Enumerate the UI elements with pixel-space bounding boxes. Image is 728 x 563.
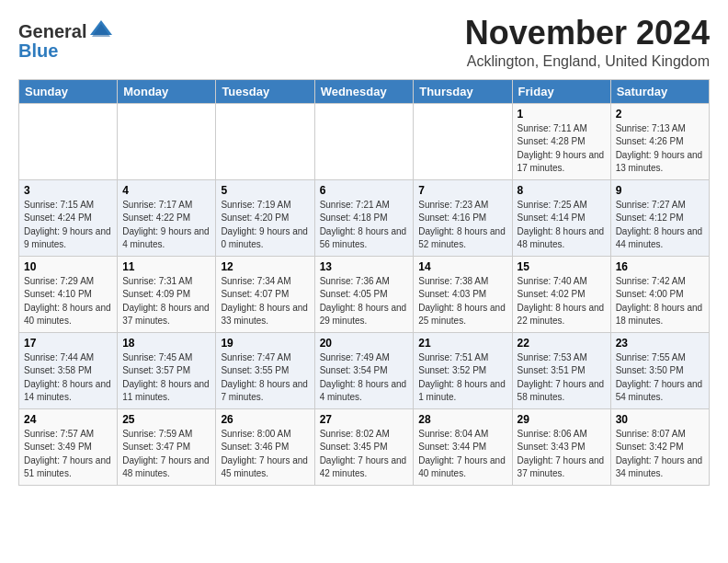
calendar-header-monday: Monday (118, 79, 216, 103)
day-info: Sunrise: 7:21 AM Sunset: 4:18 PM Dayligh… (320, 199, 409, 252)
day-info: Sunrise: 7:17 AM Sunset: 4:22 PM Dayligh… (122, 199, 210, 252)
calendar-cell: 6Sunrise: 7:21 AM Sunset: 4:18 PM Daylig… (314, 179, 414, 256)
calendar-cell (314, 103, 414, 179)
day-number: 28 (418, 413, 506, 426)
calendar-cell: 8Sunrise: 7:25 AM Sunset: 4:14 PM Daylig… (512, 179, 610, 256)
calendar-cell: 13Sunrise: 7:36 AM Sunset: 4:05 PM Dayli… (314, 256, 414, 332)
calendar-cell: 24Sunrise: 7:57 AM Sunset: 3:49 PM Dayli… (19, 408, 118, 485)
day-number: 15 (518, 260, 606, 273)
calendar-table: SundayMondayTuesdayWednesdayThursdayFrid… (18, 79, 710, 486)
day-number: 21 (418, 337, 506, 350)
header: General Blue November 2024 Acklington, E… (18, 15, 710, 70)
day-number: 19 (221, 337, 309, 350)
page: General Blue November 2024 Acklington, E… (0, 0, 728, 495)
calendar-cell: 9Sunrise: 7:27 AM Sunset: 4:12 PM Daylig… (610, 179, 709, 256)
day-info: Sunrise: 7:25 AM Sunset: 4:14 PM Dayligh… (518, 199, 606, 252)
calendar-cell: 30Sunrise: 8:07 AM Sunset: 3:42 PM Dayli… (610, 408, 709, 485)
calendar-week-4: 24Sunrise: 7:57 AM Sunset: 3:49 PM Dayli… (19, 408, 710, 485)
calendar-cell: 17Sunrise: 7:44 AM Sunset: 3:58 PM Dayli… (19, 332, 118, 408)
calendar-cell: 16Sunrise: 7:42 AM Sunset: 4:00 PM Dayli… (610, 256, 709, 332)
calendar-header-row: SundayMondayTuesdayWednesdayThursdayFrid… (19, 79, 710, 103)
day-info: Sunrise: 7:23 AM Sunset: 4:16 PM Dayligh… (418, 199, 506, 252)
calendar-cell (118, 103, 216, 179)
day-number: 22 (518, 337, 606, 350)
calendar-header-wednesday: Wednesday (314, 79, 414, 103)
logo-icon (88, 18, 114, 44)
day-info: Sunrise: 8:06 AM Sunset: 3:43 PM Dayligh… (518, 428, 606, 481)
calendar-cell: 12Sunrise: 7:34 AM Sunset: 4:07 PM Dayli… (216, 256, 314, 332)
day-info: Sunrise: 7:11 AM Sunset: 4:28 PM Dayligh… (518, 122, 606, 176)
day-info: Sunrise: 7:42 AM Sunset: 4:00 PM Dayligh… (616, 275, 704, 328)
calendar-header-saturday: Saturday (610, 79, 709, 103)
calendar-cell: 7Sunrise: 7:23 AM Sunset: 4:16 PM Daylig… (414, 179, 512, 256)
calendar-cell (414, 103, 512, 179)
calendar-cell: 3Sunrise: 7:15 AM Sunset: 4:24 PM Daylig… (19, 179, 118, 256)
calendar-cell: 29Sunrise: 8:06 AM Sunset: 3:43 PM Dayli… (512, 408, 610, 485)
calendar-cell: 28Sunrise: 8:04 AM Sunset: 3:44 PM Dayli… (414, 408, 512, 485)
day-number: 9 (616, 184, 704, 197)
day-info: Sunrise: 7:19 AM Sunset: 4:20 PM Dayligh… (221, 199, 309, 252)
day-info: Sunrise: 7:29 AM Sunset: 4:10 PM Dayligh… (24, 275, 112, 328)
day-info: Sunrise: 8:00 AM Sunset: 3:46 PM Dayligh… (221, 428, 309, 481)
day-number: 12 (221, 260, 309, 273)
calendar-cell: 25Sunrise: 7:59 AM Sunset: 3:47 PM Dayli… (118, 408, 216, 485)
day-info: Sunrise: 8:04 AM Sunset: 3:44 PM Dayligh… (418, 428, 506, 481)
calendar-cell: 18Sunrise: 7:45 AM Sunset: 3:57 PM Dayli… (118, 332, 216, 408)
day-info: Sunrise: 7:13 AM Sunset: 4:26 PM Dayligh… (616, 122, 704, 176)
day-number: 23 (616, 337, 704, 350)
calendar-cell: 14Sunrise: 7:38 AM Sunset: 4:03 PM Dayli… (414, 256, 512, 332)
day-info: Sunrise: 7:27 AM Sunset: 4:12 PM Dayligh… (616, 199, 704, 252)
calendar-cell: 4Sunrise: 7:17 AM Sunset: 4:22 PM Daylig… (118, 179, 216, 256)
calendar-cell: 11Sunrise: 7:31 AM Sunset: 4:09 PM Dayli… (118, 256, 216, 332)
day-info: Sunrise: 7:36 AM Sunset: 4:05 PM Dayligh… (320, 275, 409, 328)
month-title: November 2024 (465, 15, 710, 52)
calendar-cell: 5Sunrise: 7:19 AM Sunset: 4:20 PM Daylig… (216, 179, 314, 256)
day-number: 13 (320, 260, 409, 273)
day-number: 20 (320, 337, 409, 350)
calendar-header-sunday: Sunday (19, 79, 118, 103)
calendar-cell: 1Sunrise: 7:11 AM Sunset: 4:28 PM Daylig… (512, 103, 610, 179)
day-number: 16 (616, 260, 704, 273)
day-number: 1 (518, 108, 606, 121)
day-number: 8 (518, 184, 606, 197)
day-info: Sunrise: 7:40 AM Sunset: 4:02 PM Dayligh… (518, 275, 606, 328)
calendar-cell: 2Sunrise: 7:13 AM Sunset: 4:26 PM Daylig… (610, 103, 709, 179)
day-number: 24 (24, 413, 112, 426)
day-info: Sunrise: 7:51 AM Sunset: 3:52 PM Dayligh… (418, 351, 506, 405)
calendar-week-2: 10Sunrise: 7:29 AM Sunset: 4:10 PM Dayli… (19, 256, 710, 332)
day-number: 4 (122, 184, 210, 197)
calendar-cell: 15Sunrise: 7:40 AM Sunset: 4:02 PM Dayli… (512, 256, 610, 332)
day-info: Sunrise: 7:59 AM Sunset: 3:47 PM Dayligh… (122, 428, 210, 481)
day-info: Sunrise: 8:07 AM Sunset: 3:42 PM Dayligh… (616, 428, 704, 481)
day-number: 10 (24, 260, 112, 273)
day-info: Sunrise: 7:38 AM Sunset: 4:03 PM Dayligh… (418, 275, 506, 328)
location: Acklington, England, United Kingdom (465, 53, 710, 70)
day-info: Sunrise: 7:53 AM Sunset: 3:51 PM Dayligh… (518, 351, 606, 405)
day-info: Sunrise: 7:15 AM Sunset: 4:24 PM Dayligh… (24, 199, 112, 252)
calendar-cell (19, 103, 118, 179)
logo-blue-text: Blue (18, 40, 58, 61)
calendar-week-3: 17Sunrise: 7:44 AM Sunset: 3:58 PM Dayli… (19, 332, 710, 408)
calendar-cell: 21Sunrise: 7:51 AM Sunset: 3:52 PM Dayli… (414, 332, 512, 408)
day-number: 14 (418, 260, 506, 273)
day-number: 5 (221, 184, 309, 197)
day-info: Sunrise: 7:31 AM Sunset: 4:09 PM Dayligh… (122, 275, 210, 328)
calendar-cell: 26Sunrise: 8:00 AM Sunset: 3:46 PM Dayli… (216, 408, 314, 485)
calendar-cell (216, 103, 314, 179)
title-block: November 2024 Acklington, England, Unite… (465, 15, 710, 70)
logo: General Blue (18, 18, 114, 62)
day-info: Sunrise: 7:47 AM Sunset: 3:55 PM Dayligh… (221, 351, 309, 405)
calendar-cell: 23Sunrise: 7:55 AM Sunset: 3:50 PM Dayli… (610, 332, 709, 408)
calendar-header-thursday: Thursday (414, 79, 512, 103)
day-info: Sunrise: 7:57 AM Sunset: 3:49 PM Dayligh… (24, 428, 112, 481)
day-info: Sunrise: 7:34 AM Sunset: 4:07 PM Dayligh… (221, 275, 309, 328)
day-number: 26 (221, 413, 309, 426)
day-number: 6 (320, 184, 409, 197)
logo-general: General (18, 21, 86, 42)
calendar-cell: 20Sunrise: 7:49 AM Sunset: 3:54 PM Dayli… (314, 332, 414, 408)
day-info: Sunrise: 7:49 AM Sunset: 3:54 PM Dayligh… (320, 351, 409, 405)
calendar-header-friday: Friday (512, 79, 610, 103)
day-number: 3 (24, 184, 112, 197)
calendar-header-tuesday: Tuesday (216, 79, 314, 103)
day-info: Sunrise: 8:02 AM Sunset: 3:45 PM Dayligh… (320, 428, 409, 481)
